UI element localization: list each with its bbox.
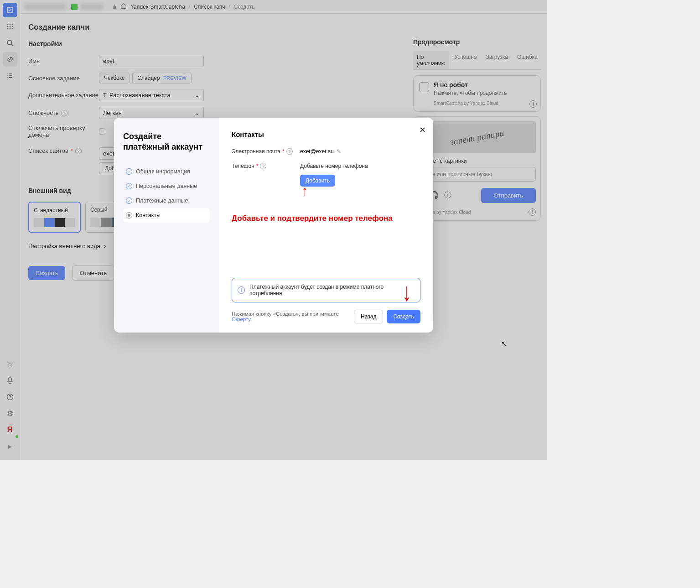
email-value: exet@exet.su [300,148,334,155]
billing-modal: Создайте платёжный аккаунт ✓Общая информ… [114,118,433,333]
modal-overlay: Создайте платёжный аккаунт ✓Общая информ… [0,0,547,460]
info-icon: i [238,286,245,294]
step-general[interactable]: ✓Общая информация [123,165,210,178]
close-icon[interactable]: ✕ [419,125,426,135]
modal-body: ✕ Контакты Электронная почта* ? exet@exe… [219,118,433,333]
modal-title: Создайте платёжный аккаунт [123,131,210,152]
annotation-text: Добавьте и подтвердите номер телефона [232,214,420,223]
step-contacts[interactable]: Контакты [123,208,210,222]
step-payment[interactable]: ✓Платёжные данные [123,194,210,208]
annotation-arrow-icon: ↑ [302,182,308,199]
phone-hint: Добавьте номер телефона [300,163,368,169]
back-button[interactable]: Назад [354,310,383,323]
help-icon[interactable]: ? [260,163,266,169]
step-personal[interactable]: ✓Персональные данные [123,179,210,193]
info-banner: i Платёжный аккаунт будет создан в режим… [232,278,420,302]
terms-text: Нажимая кнопку «Создать», вы принимаете … [232,311,354,322]
modal-sidebar: Создайте платёжный аккаунт ✓Общая информ… [114,118,219,333]
edit-icon[interactable]: ✎ [337,148,341,155]
phone-label: Телефон* ? [232,163,300,169]
terms-link[interactable]: Оферту [232,317,251,322]
modal-body-title: Контакты [232,130,420,138]
email-label: Электронная почта* ? [232,148,300,155]
help-icon[interactable]: ? [286,148,293,155]
annotation-arrow-icon: ↓ [402,278,411,307]
modal-create-button[interactable]: Создать [387,310,420,323]
